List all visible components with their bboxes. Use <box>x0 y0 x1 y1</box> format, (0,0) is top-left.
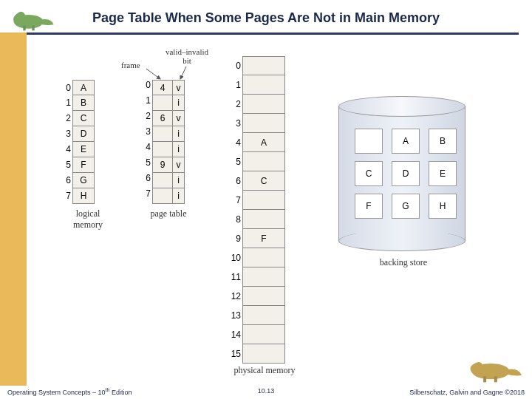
phys-frame: 3 <box>242 114 285 133</box>
pt-bit: v <box>173 111 185 126</box>
phys-frame: 5 <box>242 152 285 171</box>
diagram-area: 0A 1B 2C 3D 4E 5F 6G 7H logical memory f… <box>41 44 519 374</box>
pt-frame <box>152 126 173 142</box>
slide-title: Page Table When Some Pages Are Not in Ma… <box>0 10 532 26</box>
phys-frame: 2 <box>242 95 285 114</box>
footer-right: Silberschatz, Galvin and Gagne ©2018 <box>409 389 525 396</box>
logical-page: 7H <box>72 188 95 204</box>
dinosaur-icon <box>462 355 525 384</box>
phys-frame: 4A <box>242 133 285 152</box>
svg-line-4 <box>180 66 186 79</box>
phys-frame: 12 <box>242 287 285 306</box>
pt-bit: i <box>173 173 185 188</box>
phys-frame: 13 <box>242 306 285 325</box>
phys-frame: 6C <box>242 171 285 191</box>
phys-frame: 8 <box>242 210 285 229</box>
backing-store-grid: A B C D E F G H <box>355 129 457 219</box>
logical-page: 3D <box>72 126 95 142</box>
disk-slot: D <box>392 161 420 186</box>
backing-store-cylinder: A B C D E F G H <box>338 96 466 251</box>
valid-invalid-label: valid–invalid bit <box>161 47 213 65</box>
page-table: 04v 1i 26v 3i 4i 59v 6i 7i <box>152 80 185 204</box>
svg-rect-6 <box>483 376 486 382</box>
title-rule <box>27 33 519 35</box>
disk-slot <box>355 129 383 154</box>
pt-frame: 6 <box>152 111 173 126</box>
pt-frame <box>152 142 173 157</box>
pt-bit: i <box>173 142 185 157</box>
cylinder-bottom <box>338 231 466 251</box>
phys-frame: 0 <box>242 56 285 75</box>
footer-page-number: 10.13 <box>258 387 275 395</box>
logical-page: 6G <box>72 173 95 188</box>
svg-rect-7 <box>494 376 497 382</box>
pt-bit: i <box>173 188 185 204</box>
logical-page: 0A <box>72 80 95 95</box>
disk-slot: B <box>429 129 457 154</box>
pt-frame: 9 <box>152 157 173 173</box>
disk-slot: G <box>392 194 420 219</box>
footer: Operating System Concepts – 10th Edition… <box>7 387 525 396</box>
disk-slot: E <box>429 161 457 186</box>
pt-frame <box>152 188 173 204</box>
logical-page: 2C <box>72 111 95 126</box>
pt-bit: v <box>173 157 185 173</box>
logical-page: 5F <box>72 157 95 173</box>
disk-slot: C <box>355 161 383 186</box>
physical-memory-label: physical memory <box>228 365 301 376</box>
disk-slot: A <box>392 129 420 154</box>
footer-left: Operating System Concepts – 10th Edition <box>7 387 132 396</box>
svg-rect-1 <box>23 26 25 31</box>
disk-slot: H <box>429 194 457 219</box>
logical-memory-table: 0A 1B 2C 3D 4E 5F 6G 7H <box>72 80 95 204</box>
left-gold-bar <box>0 33 27 386</box>
frame-label: frame <box>121 61 140 69</box>
phys-frame: 10 <box>242 248 285 267</box>
page-table-label: page table <box>145 208 192 219</box>
phys-frame: 9F <box>242 229 285 248</box>
logical-memory-label: logical memory <box>66 208 109 231</box>
pt-frame <box>152 173 173 188</box>
cylinder-top <box>338 96 466 117</box>
phys-frame: 14 <box>242 325 285 344</box>
pt-bit: i <box>173 126 185 142</box>
svg-rect-2 <box>32 26 34 31</box>
pt-frame <box>152 95 173 111</box>
phys-frame: 11 <box>242 267 285 287</box>
logical-page: 1B <box>72 95 95 111</box>
phys-frame: 1 <box>242 75 285 95</box>
backing-store-label: backing store <box>359 257 448 268</box>
logical-page: 4E <box>72 142 95 157</box>
svg-line-3 <box>146 69 160 79</box>
pt-bit: v <box>173 80 185 95</box>
pt-bit: i <box>173 95 185 111</box>
disk-slot: F <box>355 194 383 219</box>
slide: Page Table When Some Pages Are Not in Ma… <box>0 0 532 399</box>
phys-frame: 15 <box>242 344 285 364</box>
phys-frame: 7 <box>242 191 285 210</box>
pt-frame: 4 <box>152 80 173 95</box>
physical-memory-table: 0 1 2 3 4A 5 6C 7 8 9F 10 11 12 13 14 15 <box>242 56 285 364</box>
